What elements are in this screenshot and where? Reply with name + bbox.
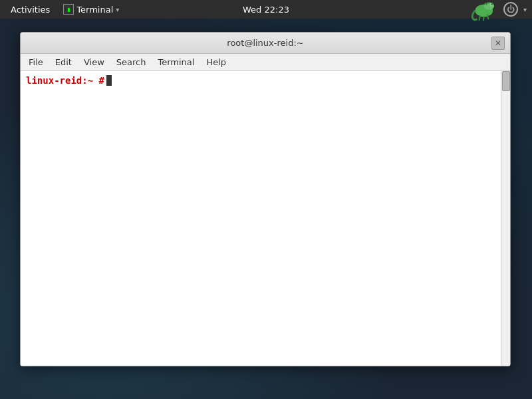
panel-right: ⏻ ▾ bbox=[466, 0, 532, 22]
scrollbar-thumb[interactable] bbox=[502, 71, 510, 91]
prompt-line: linux-reid:~ # bbox=[26, 75, 505, 86]
panel-left: Activities ▮ Terminal ▾ bbox=[0, 3, 124, 16]
terminal-cursor bbox=[106, 75, 112, 86]
activities-button[interactable]: Activities bbox=[5, 3, 55, 16]
svg-line-5 bbox=[479, 16, 480, 21]
top-panel: Activities ▮ Terminal ▾ Wed 22:23 bbox=[0, 0, 532, 19]
gnome-logo bbox=[466, 0, 498, 22]
svg-line-6 bbox=[483, 16, 484, 21]
menu-view[interactable]: View bbox=[78, 56, 110, 68]
terminal-taskbar-icon: ▮ bbox=[63, 4, 74, 15]
power-button[interactable]: ⏻ bbox=[503, 2, 518, 17]
terminal-taskbar-arrow: ▾ bbox=[116, 6, 119, 13]
system-menu-arrow[interactable]: ▾ bbox=[523, 6, 527, 13]
menu-search[interactable]: Search bbox=[111, 56, 152, 68]
window-title: root@linux-reid:~ bbox=[39, 38, 491, 48]
title-bar: root@linux-reid:~ ✕ bbox=[21, 33, 510, 54]
power-icon: ⏻ bbox=[507, 5, 515, 14]
svg-point-3 bbox=[491, 3, 493, 5]
prompt-user: linux-reid:~ # bbox=[26, 75, 104, 86]
menu-terminal[interactable]: Terminal bbox=[152, 56, 200, 68]
terminal-window: root@linux-reid:~ ✕ File Edit View Searc… bbox=[20, 32, 511, 366]
menu-edit[interactable]: Edit bbox=[50, 56, 77, 68]
desktop: Activities ▮ Terminal ▾ Wed 22:23 bbox=[0, 0, 532, 399]
terminal-content[interactable]: linux-reid:~ # bbox=[21, 71, 510, 366]
scrollbar-track[interactable] bbox=[501, 71, 510, 366]
menu-help[interactable]: Help bbox=[201, 56, 231, 68]
terminal-taskbar-label: Terminal bbox=[76, 5, 113, 15]
panel-datetime: Wed 22:23 bbox=[243, 5, 289, 15]
terminal-indicator[interactable]: ▮ Terminal ▾ bbox=[58, 3, 124, 16]
close-button[interactable]: ✕ bbox=[491, 37, 505, 50]
menu-file[interactable]: File bbox=[23, 56, 49, 68]
menu-bar: File Edit View Search Terminal Help bbox=[21, 54, 510, 71]
svg-point-4 bbox=[492, 3, 493, 4]
